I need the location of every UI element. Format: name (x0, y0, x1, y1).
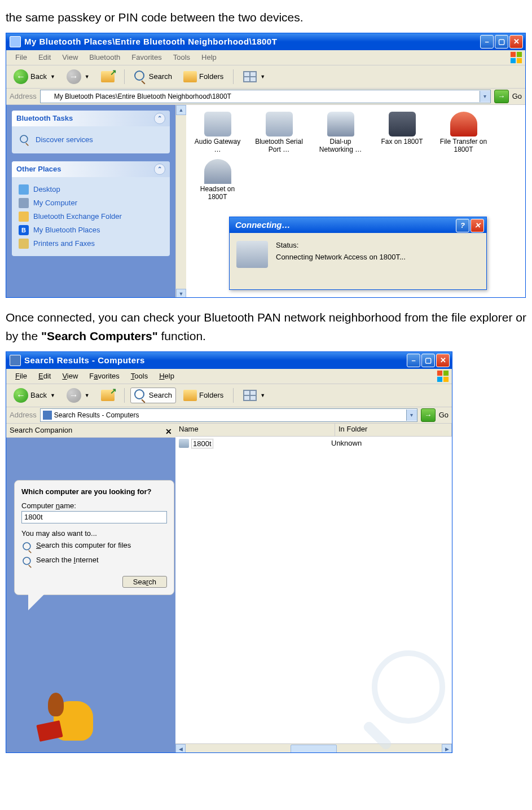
address-input[interactable]: Search Results - Computers ▾ (40, 408, 417, 422)
up-button[interactable] (97, 388, 118, 403)
search-companion-pane: Search Companion ✕ Which computer are yo… (6, 424, 175, 753)
folders-icon (183, 71, 197, 82)
device-label: File Transfer on 1800T (440, 138, 487, 153)
my-bt-places-link[interactable]: BMy Bluetooth Places (19, 223, 163, 237)
forward-button[interactable]: → ▼ (63, 386, 94, 404)
back-button[interactable]: ← Back ▼ (10, 386, 59, 404)
search-icon (20, 135, 30, 145)
scroll-up-icon[interactable]: ▲ (176, 105, 186, 115)
printers-link[interactable]: Printers and Faxes (19, 237, 163, 250)
desktop-label: Desktop (33, 185, 60, 193)
menu-edit[interactable]: Edit (33, 371, 56, 381)
svg-rect-7 (443, 377, 449, 382)
file-transfer-icon (450, 112, 477, 137)
titlebar[interactable]: Search Results - Computers – ▢ ✕ (6, 352, 452, 369)
scroll-left-icon[interactable]: ◀ (175, 744, 186, 753)
column-name[interactable]: Name (175, 424, 335, 436)
bluetooth-tasks-header[interactable]: Bluetooth Tasks ⌃ (12, 111, 170, 126)
views-dropdown-icon[interactable]: ▼ (260, 74, 265, 80)
scrollbar[interactable]: ▲ ▼ (175, 105, 186, 298)
menu-tools[interactable]: Tools (125, 371, 153, 381)
device-file-transfer[interactable]: File Transfer on 1800T (437, 112, 490, 153)
device-audio-gateway[interactable]: Audio Gateway … (191, 112, 244, 153)
address-input[interactable]: My Bluetooth Places\Entire Bluetooth Nei… (40, 90, 491, 103)
serial-port-icon (266, 112, 293, 137)
device-headset[interactable]: Headset on 1800T (191, 159, 244, 201)
menu-favorites[interactable]: Favorites (126, 52, 167, 63)
address-dropdown-icon[interactable]: ▾ (406, 410, 417, 421)
dialog-close-button[interactable]: ✕ (471, 219, 484, 232)
search-button[interactable]: Search (122, 576, 167, 588)
help-button[interactable]: ? (456, 219, 469, 232)
scroll-track[interactable] (186, 745, 442, 753)
menu-tools[interactable]: Tools (168, 52, 196, 63)
search-internet-label: Search the Internet (36, 556, 99, 564)
discover-services-label: Discover services (36, 135, 93, 144)
menu-edit[interactable]: Edit (33, 52, 56, 63)
device-dialup[interactable]: Dial-up Networking … (314, 112, 367, 153)
titlebar[interactable]: My Bluetooth Places\Entire Bluetooth Nei… (6, 33, 525, 50)
paragraph-2: Once connected, you can check your Bluet… (6, 308, 526, 346)
scroll-thumb[interactable] (291, 745, 337, 753)
column-in-folder[interactable]: In Folder (335, 424, 452, 436)
views-button[interactable]: ▼ (239, 69, 269, 84)
search-files-option[interactable]: Search this computer for files (21, 541, 167, 552)
discover-services-link[interactable]: Discover services (19, 132, 163, 148)
back-button[interactable]: ← Back ▼ (10, 68, 59, 86)
windows-logo-icon (436, 370, 450, 382)
close-pane-button[interactable]: ✕ (165, 425, 172, 438)
horizontal-scrollbar[interactable]: ◀ ▶ (175, 743, 452, 753)
folders-button[interactable]: Folders (179, 69, 227, 84)
views-dropdown-icon[interactable]: ▼ (260, 393, 265, 398)
forward-dropdown-icon[interactable]: ▼ (85, 74, 90, 80)
device-serial-port[interactable]: Bluetooth Serial Port … (252, 112, 306, 153)
minimize-button[interactable]: – (480, 35, 494, 49)
address-dropdown-icon[interactable]: ▾ (480, 91, 490, 102)
separator (233, 388, 234, 403)
go-button[interactable]: → (421, 408, 436, 422)
go-button[interactable]: → (494, 90, 509, 103)
menu-view[interactable]: View (56, 371, 83, 381)
folders-button[interactable]: Folders (179, 388, 227, 403)
forward-button[interactable]: → ▼ (63, 68, 94, 86)
desktop-link[interactable]: Desktop (19, 183, 163, 196)
back-dropdown-icon[interactable]: ▼ (50, 74, 55, 80)
menu-favorites[interactable]: Favorites (83, 371, 125, 381)
dialup-icon (327, 112, 354, 137)
menu-help[interactable]: Help (196, 52, 222, 63)
chevron-up-icon[interactable]: ⌃ (154, 113, 165, 124)
menu-file[interactable]: File (10, 52, 33, 63)
computer-name-input[interactable] (21, 511, 167, 523)
search-button[interactable]: Search (130, 69, 176, 85)
chevron-up-icon[interactable]: ⌃ (154, 164, 165, 175)
minimize-button[interactable]: – (407, 354, 420, 367)
device-fax[interactable]: Fax on 1800T (375, 112, 429, 153)
maximize-button[interactable]: ▢ (495, 35, 508, 49)
svg-rect-6 (437, 377, 442, 382)
menu-bluetooth[interactable]: Bluetooth (83, 52, 126, 63)
dialog-titlebar[interactable]: Connecting… ? ✕ (230, 217, 486, 233)
search-internet-option[interactable]: Search the Internet (21, 556, 167, 567)
bt-exchange-link[interactable]: Bluetooth Exchange Folder (19, 210, 163, 223)
result-row[interactable]: 1800t Unknown (175, 437, 452, 451)
menu-view[interactable]: View (56, 52, 83, 63)
scroll-down-icon[interactable]: ▼ (176, 289, 186, 298)
other-places-header[interactable]: Other Places ⌃ (12, 161, 170, 177)
printers-label: Printers and Faxes (33, 239, 95, 248)
menu-help[interactable]: Help (153, 371, 180, 381)
menu-file[interactable]: File (10, 371, 33, 381)
connecting-dialog: Connecting… ? ✕ Status: Connecting Netwo… (229, 217, 487, 290)
close-button[interactable]: ✕ (509, 35, 523, 49)
search-button[interactable]: Search (130, 388, 176, 403)
result-name: 1800t (191, 439, 213, 448)
my-computer-link[interactable]: My Computer (19, 196, 163, 210)
forward-dropdown-icon[interactable]: ▼ (85, 393, 90, 398)
back-dropdown-icon[interactable]: ▼ (50, 393, 55, 398)
close-button[interactable]: ✕ (436, 354, 450, 367)
maximize-button[interactable]: ▢ (421, 354, 435, 367)
scroll-right-icon[interactable]: ▶ (442, 744, 452, 753)
up-button[interactable] (97, 69, 118, 84)
views-button[interactable]: ▼ (239, 388, 269, 403)
search-results-window: Search Results - Computers – ▢ ✕ File Ed… (6, 351, 452, 753)
svg-rect-4 (437, 371, 442, 376)
